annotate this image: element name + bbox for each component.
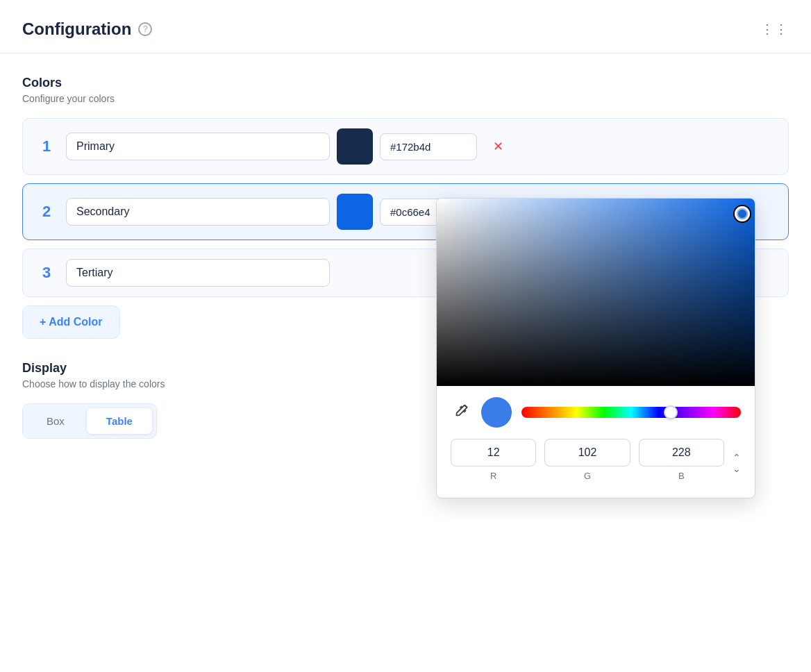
picker-controls: R G B ⌃⌄ bbox=[437, 386, 755, 498]
page-header: Configuration ? ⋮⋮ bbox=[0, 0, 811, 53]
color-swatch-primary[interactable] bbox=[337, 128, 373, 165]
colors-title: Colors bbox=[22, 76, 789, 90]
help-icon[interactable]: ? bbox=[138, 22, 152, 36]
color-number-1: 1 bbox=[34, 137, 59, 156]
b-label: B bbox=[678, 471, 685, 481]
hue-slider[interactable] bbox=[521, 407, 741, 418]
b-input[interactable] bbox=[639, 439, 724, 467]
b-input-group: B bbox=[639, 439, 724, 481]
colors-description: Configure your colors bbox=[22, 93, 789, 104]
delete-color-primary[interactable]: ✕ bbox=[484, 133, 512, 160]
color-name-input-primary[interactable] bbox=[66, 133, 330, 160]
picker-row2: R G B ⌃⌄ bbox=[451, 439, 741, 481]
color-name-input-secondary[interactable] bbox=[66, 198, 330, 226]
page-title: Configuration bbox=[22, 19, 131, 39]
display-table-button[interactable]: Table bbox=[87, 408, 152, 434]
color-number-2: 2 bbox=[34, 203, 59, 221]
color-hex-input-primary[interactable] bbox=[380, 133, 477, 160]
add-color-label: + Add Color bbox=[40, 316, 103, 328]
g-label: G bbox=[584, 471, 591, 481]
g-input[interactable] bbox=[544, 439, 630, 467]
display-box-button[interactable]: Box bbox=[27, 408, 84, 434]
color-number-3: 3 bbox=[34, 264, 59, 282]
r-label: R bbox=[490, 471, 496, 481]
g-input-group: G bbox=[544, 439, 630, 481]
r-input[interactable] bbox=[451, 439, 536, 467]
color-swatch-secondary[interactable] bbox=[337, 194, 373, 230]
picker-gradient[interactable] bbox=[437, 199, 755, 386]
picker-color-preview bbox=[481, 397, 512, 428]
add-color-button[interactable]: + Add Color bbox=[22, 305, 120, 339]
picker-row1 bbox=[451, 397, 741, 428]
color-picker-popup: R G B ⌃⌄ bbox=[436, 198, 755, 498]
r-input-group: R bbox=[451, 439, 536, 481]
color-mode-selector[interactable]: ⌃⌄ bbox=[733, 439, 741, 481]
color-row-primary: 1 ✕ bbox=[22, 118, 789, 175]
color-name-input-tertiary[interactable] bbox=[66, 259, 330, 287]
eyedropper-button[interactable] bbox=[451, 401, 471, 425]
mode-arrows-icon: ⌃⌄ bbox=[733, 452, 741, 474]
picker-cursor bbox=[735, 206, 750, 221]
dots-icon[interactable]: ⋮⋮ bbox=[761, 22, 789, 37]
hue-thumb bbox=[664, 405, 678, 419]
display-toggle-group: Box Table bbox=[22, 403, 157, 439]
